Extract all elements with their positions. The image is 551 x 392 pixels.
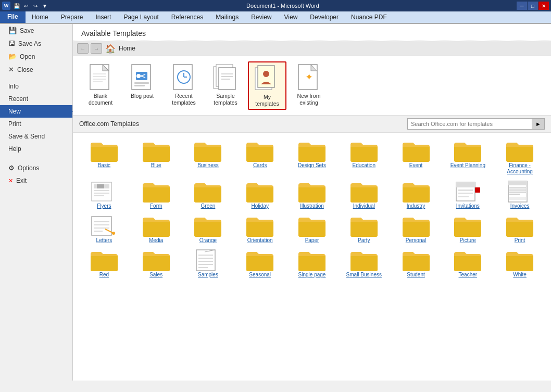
folder-event[interactable]: Event [391,138,441,176]
folder-education[interactable]: Education [339,138,389,176]
tab-view[interactable]: View [278,11,304,23]
folder-label: Personal [406,237,426,244]
tab-mailings[interactable]: Mailings [209,11,245,23]
folder-finance-accounting[interactable]: Finance - Accounting [495,138,545,176]
sidebar-item-save[interactable]: 💾 Save [0,24,72,37]
folder-print[interactable]: Print [495,213,545,245]
folder-party[interactable]: Party [339,213,389,245]
folder-basic[interactable]: Basic [79,138,129,176]
sidebar-item-save-send[interactable]: Save & Send [0,130,72,143]
folder-media[interactable]: Media [131,213,181,245]
search-input[interactable] [407,118,532,130]
sidebar-item-recent[interactable]: Recent [0,93,72,105]
folder-blue[interactable]: Blue [131,138,181,176]
undo-qa-icon[interactable]: ↩ [22,2,30,10]
home-nav-icon[interactable]: 🏠 [105,44,116,54]
tab-references[interactable]: References [165,11,209,23]
folder-invoices[interactable]: Invoices [495,179,545,211]
folder-individual[interactable]: Individual [339,179,389,211]
sidebar-item-print[interactable]: Print [0,118,72,130]
folder-form[interactable]: Form [131,179,181,211]
sidebar-item-exit[interactable]: ✕ Exit [0,174,72,187]
folder-flyers[interactable]: Flyers [79,179,129,211]
folder-single-page[interactable]: Single page [287,247,337,280]
folder-label: Form [150,203,162,209]
tab-nuance[interactable]: Nuance PDF [345,11,393,23]
folder-label: Seasonal [249,272,271,278]
office-templates-bar: Office.com Templates ► [73,116,551,133]
folder-samples[interactable]: Samples [183,247,233,280]
maximize-button[interactable]: □ [528,2,538,10]
folder-cards[interactable]: Cards [235,138,285,176]
folder-picture[interactable]: Picture [443,213,493,245]
minimize-button[interactable]: ─ [517,2,527,10]
folder-industry[interactable]: Industry [391,179,441,211]
samples-icon [193,249,222,272]
folder-sales[interactable]: Sales [131,247,181,280]
redo-qa-icon[interactable]: ↪ [31,2,40,10]
tab-page-layout[interactable]: Page Layout [117,11,165,23]
new-from-existing-label: New from existing [292,93,326,106]
folder-icon [402,249,431,272]
sidebar-item-open[interactable]: 📂 Open [0,50,72,63]
folder-icon [193,214,222,237]
tab-insert[interactable]: Insert [89,11,117,23]
blog-post-item[interactable]: Blog post [123,61,161,110]
file-tab[interactable]: File [0,10,26,23]
folder-holiday[interactable]: Holiday [235,179,285,211]
folder-teacher[interactable]: Teacher [443,247,493,280]
search-button[interactable]: ► [532,118,545,130]
folder-paper[interactable]: Paper [287,213,337,245]
sidebar-item-save-as[interactable]: 🖫 Save As [0,37,72,50]
folder-orientation[interactable]: Orientation [235,213,285,245]
close-button[interactable]: ✕ [539,2,549,10]
new-from-existing-item[interactable]: ✦ New from existing [290,61,328,110]
folder-orange[interactable]: Orange [183,213,233,245]
letters-icon [90,214,119,237]
sample-templates-icon [212,64,239,93]
folder-icon [505,249,534,272]
sidebar-item-new[interactable]: New [0,105,72,118]
back-button[interactable]: ← [77,43,89,54]
folder-design-sets[interactable]: Design Sets [287,138,337,176]
tab-prepare[interactable]: Prepare [55,11,90,23]
home-nav-label: Home [119,45,135,52]
title-bar: W 💾 ↩ ↪ ▼ Document1 - Microsoft Word ─ □… [0,0,551,11]
folder-personal[interactable]: Personal [391,213,441,245]
tab-developer[interactable]: Developer [304,11,345,23]
save-qa-icon[interactable]: 💾 [12,2,21,10]
folder-small-business[interactable]: Small Business [339,247,389,280]
sidebar-item-info[interactable]: Info [0,80,72,93]
folder-icon [297,214,327,237]
folder-student[interactable]: Student [391,247,441,280]
folder-business[interactable]: Business [183,138,233,176]
folder-red[interactable]: Red [79,247,129,280]
folder-illustration[interactable]: Illustration [287,179,337,211]
nav-bar: ← → 🏠 Home [73,41,551,56]
sidebar-item-close[interactable]: ✕ Close [0,63,72,76]
tab-home[interactable]: Home [26,11,55,23]
folder-label: Party [358,237,370,244]
folder-icon [349,249,379,272]
tab-review[interactable]: Review [245,11,278,23]
blank-document-item[interactable]: Blank document [81,61,120,110]
folder-label: Illustration [300,203,324,209]
folder-letters[interactable]: Letters [79,213,129,245]
sample-templates-item[interactable]: Sample templates [206,61,245,110]
folder-event-planning[interactable]: Event Planning [443,138,493,176]
folder-icon [453,214,482,237]
sidebar-item-help[interactable]: Help [0,143,72,155]
folder-white[interactable]: White [495,247,545,280]
folder-seasonal[interactable]: Seasonal [235,247,285,280]
blog-post-icon [129,64,156,93]
customize-qa-icon[interactable]: ▼ [41,2,49,10]
folder-green[interactable]: Green [183,179,233,211]
folder-label: Business [197,162,219,169]
my-templates-item[interactable]: My templates [248,61,286,110]
folder-invitations[interactable]: Invitations [443,179,493,211]
forward-button[interactable]: → [91,43,102,54]
folder-label: Basic [98,162,110,169]
invoices-icon [505,180,534,203]
sidebar-item-options[interactable]: ⚙ Options [0,161,72,174]
recent-templates-item[interactable]: Recent templates [165,61,203,110]
